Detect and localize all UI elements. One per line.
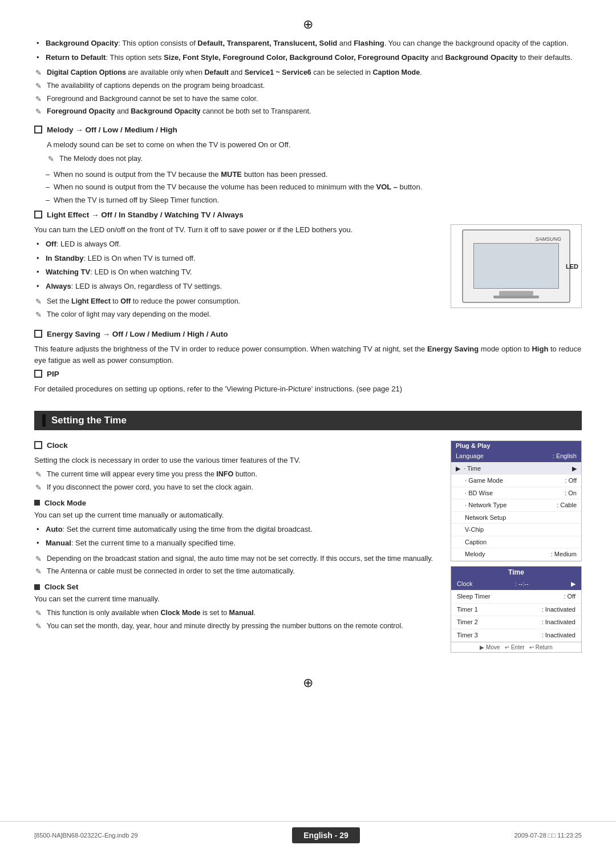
list-item: Off: LED is always Off. xyxy=(34,238,439,250)
led-label: LED xyxy=(566,263,578,270)
menu-box-row: · Game Mode : Off xyxy=(451,475,581,487)
menu-box-header: Plug & Play xyxy=(451,441,581,450)
clock-para: Setting the clock is necessary in order … xyxy=(34,455,439,466)
melody-section-heading: Melody → Off / Low / Medium / High xyxy=(34,125,582,136)
menu-box-row: V-Chip xyxy=(451,524,581,536)
list-item: Depending on the broadcast station and s… xyxy=(34,553,439,564)
menu-box-row: ▶ · Time ▶ xyxy=(451,463,581,475)
light-effect-right: SAMSUNG LED xyxy=(451,224,582,308)
list-item: Always: LED is always On, regardless of … xyxy=(34,281,439,292)
top-note-list: Digital Caption Options are available on… xyxy=(34,67,582,117)
clock-heading-container: Clock xyxy=(34,440,439,451)
setting-time-header: Setting the Time xyxy=(34,411,582,430)
list-item: The Antenna or cable must be connected i… xyxy=(34,566,439,577)
setting-time-title: Setting the Time xyxy=(51,415,127,426)
menu-value: : --:-- xyxy=(515,579,529,589)
list-item: Foreground and Background cannot be set … xyxy=(34,94,582,104)
checkbox-icon xyxy=(34,370,42,378)
header-bar xyxy=(42,414,46,427)
menu-value: : Medium xyxy=(551,549,577,559)
light-effect-bullet-list: Off: LED is always Off. In Standby: LED … xyxy=(34,238,439,292)
top-compass-icon: ⊕ xyxy=(34,17,582,32)
menu-label: Timer 1 xyxy=(457,605,478,615)
compass-symbol: ⊕ xyxy=(303,17,313,31)
menu-label: Language xyxy=(456,451,484,461)
menu-value: : Inactivated xyxy=(542,630,576,641)
menu-arrow: ▶ xyxy=(571,579,576,589)
clock-set-heading: Clock Set xyxy=(34,583,439,591)
setup-menu-box: Plug & Play Language : English ▶ · Time … xyxy=(451,440,582,561)
bold-text: Default, Transparent, Translucent, Solid xyxy=(197,39,337,47)
bottom-compass-icon: ⊕ xyxy=(34,676,582,690)
list-item: Return to Default: This option sets Size… xyxy=(34,52,582,63)
time-menu-row: Timer 3 : Inactivated xyxy=(451,629,581,642)
checkbox-icon xyxy=(34,126,42,134)
menu-box-row: Language : English xyxy=(451,450,581,463)
melody-para: A melody sound can be set to come on whe… xyxy=(47,139,582,151)
menu-value: : English xyxy=(553,451,577,461)
light-effect-heading: Light Effect → Off / In Standby / Watchi… xyxy=(34,210,582,221)
menu-value: : Inactivated xyxy=(542,605,576,615)
menu-value: ▶ xyxy=(572,464,577,474)
checkbox-icon xyxy=(34,211,42,219)
energy-saving-heading-text: Energy Saving → Off / Low / Medium / Hig… xyxy=(47,329,228,340)
light-effect-para: You can turn the LED on/off on the front… xyxy=(34,224,439,236)
clock-mode-bullet-list: Auto: Set the current time automatically… xyxy=(34,524,439,549)
footer-center-text: English - 29 xyxy=(292,827,360,843)
menu-value: : Inactivated xyxy=(542,617,576,628)
menu-label: Network Setup xyxy=(461,513,506,523)
page-footer: [8500-NA]BN68-02322C-Eng.indb 29 English… xyxy=(0,821,616,849)
melody-heading-text: Melody → Off / Low / Medium / High xyxy=(47,125,177,136)
menu-box-row: Melody : Medium xyxy=(451,548,581,561)
menu-label: Sleep Timer xyxy=(457,592,491,602)
pip-heading: PIP xyxy=(34,369,582,380)
list-item: In Standby: LED is On when TV is turned … xyxy=(34,253,439,264)
bold-text: Background Opacity xyxy=(445,53,517,62)
clock-right: Plug & Play Language : English ▶ · Time … xyxy=(451,438,582,653)
menu-value: : Cable xyxy=(557,500,577,510)
menu-label: · Game Mode xyxy=(461,476,503,486)
menu-value: : Off xyxy=(564,592,576,602)
time-menu-row: Sleep Timer : Off xyxy=(451,591,581,604)
pip-para: For detailed procedures on setting up op… xyxy=(34,383,582,395)
tv-body: SAMSUNG xyxy=(462,229,570,303)
melody-note-list: The Melody does not play. xyxy=(47,153,582,164)
footer-left-text: [8500-NA]BN68-02322C-Eng.indb 29 xyxy=(34,832,138,839)
list-item: When no sound is output from the TV beca… xyxy=(46,181,582,193)
clock-set-heading-text: Clock Set xyxy=(44,583,78,591)
energy-saving-heading: Energy Saving → Off / Low / Medium / Hig… xyxy=(34,329,582,340)
list-item: When the TV is turned off by Sleep Timer… xyxy=(46,195,582,206)
list-item: The availability of captions depends on … xyxy=(34,80,582,91)
page-container: ⊕ Background Opacity: This option consis… xyxy=(0,0,616,849)
list-item: Digital Caption Options are available on… xyxy=(34,67,582,78)
list-item: Manual: Set the current time to a manual… xyxy=(34,537,439,549)
energy-saving-para: This feature adjusts the brightness of t… xyxy=(34,343,582,366)
list-item: Set the Light Effect to Off to reduce th… xyxy=(34,296,439,307)
clock-note-list: The current time will appear every time … xyxy=(34,469,439,493)
bold-text: Size, Font Style, Foreground Color, Back… xyxy=(164,53,428,62)
clock-mode-note-list: Depending on the broadcast station and s… xyxy=(34,553,439,577)
time-menu-row: Timer 2 : Inactivated xyxy=(451,616,581,629)
footer-right-text: 2009-07-28 □□ 11:23:25 xyxy=(514,832,582,839)
menu-box-row: · BD Wise : On xyxy=(451,487,581,500)
clock-mode-para: You can set up the current time manually… xyxy=(34,510,439,521)
menu-label: Timer 2 xyxy=(457,617,478,628)
tv-base xyxy=(493,296,539,298)
time-menu-footer: ▶ Move ↵ Enter ↩ Return xyxy=(451,642,581,652)
light-effect-left: You can turn the LED on/off on the front… xyxy=(34,224,439,325)
list-item: The color of light may vary depending on… xyxy=(34,309,439,320)
list-item: Auto: Set the current time automatically… xyxy=(34,524,439,535)
checkbox-icon xyxy=(34,441,42,449)
menu-label: Caption xyxy=(461,537,487,547)
list-item: Watching TV: LED is On when watching TV. xyxy=(34,266,439,278)
menu-value: : Off xyxy=(565,476,577,486)
menu-value: : On xyxy=(565,488,577,498)
compass-symbol: ⊕ xyxy=(303,676,313,690)
time-menu-row: Timer 1 : Inactivated xyxy=(451,604,581,617)
light-effect-note-list: Set the Light Effect to Off to reduce th… xyxy=(34,296,439,320)
top-bullet-list: Background Opacity: This option consists… xyxy=(34,38,582,63)
list-item: If you disconnect the power cord, you ha… xyxy=(34,482,439,493)
clock-mode-heading: Clock Mode xyxy=(34,499,439,507)
melody-dash-list: When no sound is output from the TV beca… xyxy=(46,169,582,206)
time-menu-header: Time xyxy=(451,567,581,578)
